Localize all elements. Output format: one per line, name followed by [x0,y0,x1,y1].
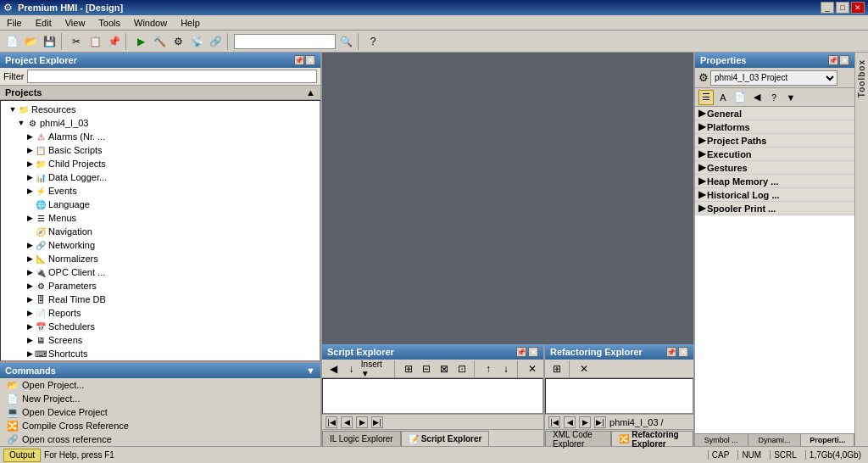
re-nav-prev[interactable]: ◀ [564,416,576,428]
maximize-button[interactable]: □ [836,2,849,14]
script-explorer-close[interactable]: ✕ [528,347,538,357]
se-nav-prev[interactable]: ◀ [341,416,353,428]
list-item[interactable]: 🧭 Navigation [3,225,318,238]
tab-xml-code[interactable]: XML Code Explorer [545,431,611,446]
tab-script-explorer[interactable]: 📝 Script Explorer [401,431,490,446]
close-button[interactable]: ✕ [851,2,865,14]
re-nav-end[interactable]: ▶| [594,416,606,428]
tab-refactoring-explorer[interactable]: 🔀 Refactoring Explorer [611,431,693,446]
list-item[interactable]: ▶ 📁 Child Projects [3,157,318,170]
script-explorer-pin[interactable]: 📌 [516,347,526,357]
tab-dynami[interactable]: Dynami... [748,434,802,446]
list-item[interactable]: ▶ ⚠ Alarms (Nr. ... [3,130,318,143]
open-project-button[interactable]: 📂 Open Project... [0,378,320,392]
paste-icon[interactable]: 📌 [105,33,122,50]
se-insert-dropdown[interactable]: Insert ▼ [361,360,391,378]
resources-node[interactable]: ▼ 📁 Resources [3,103,318,116]
root-toggle[interactable]: ▼ [16,118,26,128]
list-item[interactable]: 🌐 Language [3,198,318,211]
scripts-toggle[interactable]: ▶ [25,145,35,155]
se-nav-end[interactable]: ▶| [371,416,383,428]
commands-collapse-icon[interactable]: ▼ [306,365,315,376]
tab-properti[interactable]: Properti... [801,434,854,446]
toolbar-search-input[interactable] [234,34,336,49]
settings-icon[interactable]: ⚙ [170,33,186,50]
list-item[interactable]: ▶ ⚙ Parameters [3,279,318,293]
list-item[interactable]: ▶ ☰ Menus [3,211,318,225]
datalogger-toggle[interactable]: ▶ [25,172,35,182]
open-icon[interactable]: 📂 [22,33,39,50]
shortcuts-toggle[interactable]: ▶ [25,349,35,359]
prop-cat-general[interactable]: ▶ General [695,107,854,120]
panel-close-button[interactable]: ✕ [305,55,315,65]
output-tab[interactable]: Output [3,449,41,462]
list-item[interactable]: ▶ 🔌 OPC Client ... [3,265,318,279]
menu-edit[interactable]: Edit [32,17,55,29]
list-item[interactable]: ▶ 📅 Schedulers [3,320,318,333]
re-nav-next[interactable]: ▶ [579,416,591,428]
filter-input[interactable] [27,70,317,83]
props-back-icon[interactable]: ◀ [749,90,765,105]
list-item[interactable]: ▶ 🖥 Screens [3,333,318,347]
minimize-button[interactable]: _ [821,2,834,14]
new-icon[interactable]: 📄 [3,33,20,50]
props-pin-button[interactable]: 📌 [828,55,838,65]
se-back-icon[interactable]: ◀ [326,360,342,377]
prop-cat-execution[interactable]: ▶ Execution [695,148,854,161]
resources-toggle[interactable]: ▼ [8,104,18,114]
menu-window[interactable]: Window [131,17,170,29]
list-item[interactable]: ▶ 🔗 Networking [3,238,318,252]
open-device-button[interactable]: 💻 Open Device Project [0,405,320,419]
se-del-icon[interactable]: ✕ [524,360,540,377]
transfer-icon[interactable]: 📡 [188,33,205,50]
build-icon[interactable]: 🔨 [151,33,168,50]
prop-cat-gestures[interactable]: ▶ Gestures [695,161,854,175]
list-item[interactable]: ▶ ⌨ Shortcuts [3,347,318,360]
props-cat-icon[interactable]: ☰ [698,90,714,105]
re-close[interactable]: ✕ [678,347,688,357]
list-item[interactable]: ▶ 📄 Reports [3,306,318,320]
tab-symbol[interactable]: Symbol ... [695,434,748,446]
design-canvas[interactable] [322,53,693,344]
tab-il-logic[interactable]: IL Logic Explorer [322,431,401,446]
events-toggle[interactable]: ▶ [25,186,35,196]
props-q-icon[interactable]: ? [766,90,782,105]
alarms-toggle[interactable]: ▶ [25,131,35,142]
se-icon2[interactable]: ⊟ [419,360,435,377]
menu-help[interactable]: Help [177,17,203,29]
props-abc-icon[interactable]: A [715,90,731,105]
open-xref-button[interactable]: 🔗 Open cross reference [0,432,320,446]
rtdb-toggle[interactable]: ▶ [25,294,35,304]
menu-tools[interactable]: Tools [95,17,124,29]
toolbox-label[interactable]: Toolbox [857,59,866,98]
menu-view[interactable]: View [62,17,89,29]
new-project-button[interactable]: 📄 New Project... [0,392,320,405]
props-filter-icon[interactable]: ▼ [783,90,798,105]
panel-pin-button[interactable]: 📌 [294,55,304,65]
projects-collapse-icon[interactable]: ▲ [306,87,315,98]
child-projects-toggle[interactable]: ▶ [25,159,35,169]
re-del-icon[interactable]: ✕ [576,360,593,377]
se-icon3[interactable]: ⊠ [437,360,453,377]
props-close-button[interactable]: ✕ [839,55,849,65]
se-nav-start[interactable]: |◀ [326,416,337,428]
se-icon1[interactable]: ⊞ [401,360,417,377]
se-down-icon[interactable]: ↓ [498,360,514,377]
list-item[interactable]: ▶ 📋 Basic Scripts [3,143,318,157]
screens-toggle[interactable]: ▶ [25,335,35,345]
re-nav-start[interactable]: |◀ [548,416,560,428]
project-selector[interactable]: phmi4_I_03 Project [710,70,837,86]
compile-xref-button[interactable]: 🔀 Compile Cross Reference [0,419,320,432]
networking-toggle[interactable]: ▶ [25,240,35,250]
list-item[interactable]: ▶ 📐 Normalizers [3,252,318,265]
normalizers-toggle[interactable]: ▶ [25,254,35,264]
root-project-node[interactable]: ▼ ⚙ phmi4_I_03 [3,116,318,130]
menus-toggle[interactable]: ▶ [25,213,35,223]
save-icon[interactable]: 💾 [41,33,58,50]
se-nav-next[interactable]: ▶ [356,416,368,428]
help-icon[interactable]: ? [364,33,381,50]
search-icon[interactable]: 🔍 [337,33,354,50]
connect-icon[interactable]: 🔗 [207,33,224,50]
schedulers-toggle[interactable]: ▶ [25,321,35,332]
list-item[interactable]: ▶ 📊 Data Logger... [3,170,318,184]
